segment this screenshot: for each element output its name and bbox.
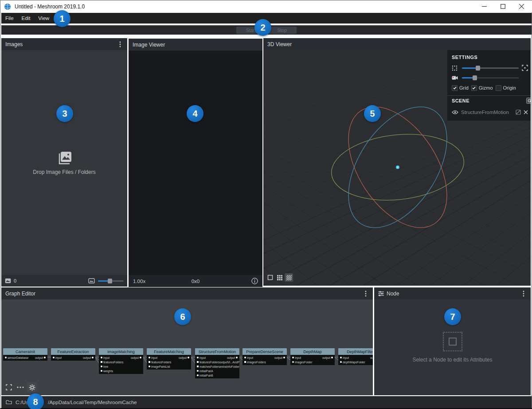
graph-editor-panel: Graph Editor CameraInitsensorDatabaseout… — [1, 287, 373, 395]
pin-output-output[interactable]: output — [322, 356, 334, 359]
pin-output-output[interactable]: output — [35, 356, 47, 359]
graph-node-FeatureMatching[interactable]: FeatureMatchinginputoutputfeaturesFolder… — [147, 348, 191, 370]
pin-input-weights[interactable]: weights — [100, 370, 113, 373]
stop-button[interactable]: Stop — [267, 27, 297, 34]
pin-input-featuresFolders[interactable]: featuresFolders — [196, 361, 219, 364]
scene-item-row[interactable]: StructureFromMotion — [452, 107, 531, 117]
graph-node-title[interactable]: CameraInit — [3, 348, 47, 355]
graph-node-title[interactable]: FeatureMatching — [147, 348, 191, 355]
graph-node-title[interactable]: ImageMatching — [99, 348, 143, 355]
graph-node-PrepareDenseScene[interactable]: PrepareDenseSceneinputoutputimagesFolder… — [243, 348, 287, 365]
image-viewer-canvas[interactable] — [129, 51, 262, 275]
pin-output-extraInfoFolder[interactable]: extraInfoFolder — [220, 365, 239, 368]
annotation-badge-4: 4 — [187, 105, 203, 122]
graph-node-title[interactable]: DepthMap — [290, 348, 335, 355]
pin-input-input[interactable]: input — [196, 356, 206, 359]
node-panel: Node Select a Node to edit its Attribute… — [374, 287, 531, 395]
pin-output-output[interactable]: output — [227, 356, 239, 359]
images-menu-icon[interactable] — [117, 41, 123, 48]
annotation-badge-7: 7 — [444, 308, 461, 325]
pin-input-input[interactable]: input — [291, 356, 301, 359]
camera-scale-slider[interactable] — [462, 77, 519, 79]
cache-path-suffix: /AppData/Local/Temp/MeshroomCache — [48, 400, 137, 405]
drop-label: Drop Image Files / Folders — [33, 169, 95, 175]
close-button[interactable] — [512, 0, 531, 12]
graph-node-StructureFromMotion[interactable]: StructureFromMotioninputoutputfeaturesFo… — [195, 348, 239, 378]
pin-output-outputVi...AndPoses[interactable]: outputVi...AndPoses — [219, 361, 239, 364]
graph-node-CameraInit[interactable]: CameraInitsensorDatabaseoutput — [3, 348, 47, 361]
node-placeholder-text: Select a Node to edit its Attributes — [412, 357, 492, 363]
pin-output-output[interactable]: output — [274, 356, 286, 359]
solid-mode-icon[interactable] — [266, 273, 274, 282]
graph-node-ImageMatching[interactable]: ImageMatchinginputoutputfeaturesFolderst… — [99, 348, 143, 374]
pin-output-output[interactable]: output — [131, 356, 142, 359]
pin-input-initialPairB[interactable]: initialPairB — [196, 374, 213, 377]
graph-node-DepthMap[interactable]: DepthMapinputoutputimagesFolder — [290, 348, 335, 365]
visibility-eye-icon[interactable] — [452, 110, 458, 114]
pin-input-input[interactable]: input — [339, 356, 349, 359]
minimize-button[interactable] — [475, 0, 493, 12]
graph-editor-menu-icon[interactable] — [363, 290, 369, 297]
pin-input-sensorDatabase[interactable]: sensorDatabase — [4, 356, 28, 359]
node-placeholder-icon — [443, 332, 462, 351]
menu-item-edit[interactable]: Edit — [18, 13, 35, 24]
pin-input-input[interactable]: input — [243, 356, 253, 359]
pin-input-initialPairA[interactable]: initialPairA — [196, 370, 213, 373]
thumbnail-slider-handle[interactable] — [108, 279, 112, 283]
node-panel-menu-icon[interactable] — [520, 290, 527, 297]
checkbox-gizmo[interactable]: Gizmo — [471, 85, 493, 91]
pin-output-output[interactable]: output — [83, 356, 94, 359]
viewer3d-canvas[interactable]: SETTINGS — [263, 50, 531, 286]
graph-node-title[interactable]: PrepareDenseScene — [243, 348, 287, 355]
pin-input-input[interactable]: input — [100, 356, 110, 359]
pin-output-output[interactable]: output — [179, 356, 190, 359]
point-size-slider[interactable] — [462, 67, 519, 69]
graph-node-DepthMapFilter[interactable]: DepthMapFilterinputoutputdepthMapsFolder — [338, 348, 373, 365]
render-mode-toolbar — [266, 273, 293, 282]
graph-settings-gear-icon[interactable] — [27, 382, 37, 392]
graph-node-title[interactable]: FeatureExtraction — [51, 348, 95, 355]
pin-input-imagesFolder[interactable]: imagesFolder — [291, 361, 312, 364]
graph-toolbar — [4, 382, 37, 392]
pin-input-depthMapsFolder[interactable]: depthMapsFolder — [339, 361, 365, 364]
pin-input-input[interactable]: input — [148, 356, 157, 359]
node-panel-title: Node — [387, 291, 399, 297]
annotation-badge-5: 5 — [364, 105, 381, 122]
graph-node-FeatureExtraction[interactable]: FeatureExtractioninputoutput — [51, 348, 95, 361]
point-size-handle[interactable] — [476, 66, 480, 71]
checkbox-grid[interactable]: Grid — [452, 85, 469, 91]
pin-input-imagePairsList[interactable]: imagePairsList — [148, 365, 170, 368]
pin-output-output[interactable]: output — [370, 356, 373, 359]
pin-input-tree[interactable]: tree — [100, 365, 108, 368]
scene-media-button[interactable] — [526, 98, 531, 104]
image-drop-zone[interactable]: Drop Image Files / Folders — [1, 50, 127, 275]
thumbnail-size-slider[interactable] — [98, 280, 124, 282]
wireframe-mode-icon[interactable] — [275, 273, 284, 282]
image-count: 0 — [14, 278, 16, 283]
checkbox-origin[interactable]: Origin — [496, 85, 516, 91]
graph-node-title[interactable]: DepthMapFilter — [338, 348, 373, 355]
point-size-icon — [452, 65, 458, 71]
pin-input-featuresFolders[interactable]: featuresFolders — [148, 361, 171, 364]
remove-scene-item-icon[interactable] — [524, 110, 528, 114]
image-viewer-footer: 1.00x 0x0 — [129, 275, 262, 287]
viewer3d-title: 3D Viewer — [267, 41, 292, 47]
menu-item-view[interactable]: View — [34, 13, 53, 24]
fit-graph-icon[interactable] — [4, 382, 14, 392]
fit-view-icon[interactable] — [522, 65, 528, 71]
graph-node-title[interactable]: StructureFromMotion — [195, 348, 239, 355]
pin-input-matchesFolders[interactable]: matchesFolders — [196, 365, 220, 368]
display-toggles: GridGizmoOrigin — [452, 83, 531, 93]
image-viewer-title: Image Viewer — [133, 42, 165, 48]
menu-item-file[interactable]: File — [1, 13, 18, 24]
scene-label: SCENE — [452, 98, 469, 103]
camera-scale-handle[interactable] — [473, 75, 477, 80]
pin-input-imagesFolders[interactable]: imagesFolders — [243, 361, 266, 364]
textured-mode-icon[interactable] — [285, 273, 293, 282]
maximize-button[interactable] — [493, 0, 512, 12]
pin-input-input[interactable]: input — [52, 356, 62, 359]
more-options-icon[interactable] — [16, 382, 25, 392]
scene-item-label[interactable]: StructureFromMotion — [461, 110, 509, 115]
pin-input-featuresFolders[interactable]: featuresFolders — [100, 361, 123, 364]
drop-images-icon — [56, 150, 73, 165]
